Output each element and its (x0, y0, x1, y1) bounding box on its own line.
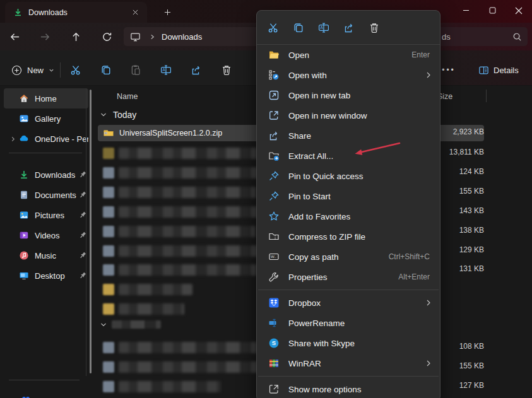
zip-file-icon (103, 127, 114, 139)
column-header-name[interactable]: Name (117, 92, 138, 101)
redacted-file-name (119, 245, 259, 257)
downloads-icon (19, 170, 29, 180)
search-text-fragment: ds (442, 32, 512, 42)
details-pane-icon (478, 65, 489, 76)
menu-item-powerrename[interactable]: PowerRename (257, 313, 440, 333)
tab-downloads[interactable]: Downloads (5, 2, 147, 23)
rename-icon[interactable]: A (312, 16, 336, 39)
up-icon[interactable] (69, 30, 83, 44)
sidebar-item-music[interactable]: Music (4, 245, 88, 266)
new-tab-button[interactable] (159, 5, 175, 19)
forward-icon[interactable] (38, 30, 52, 44)
menu-item-compress-zip[interactable]: Compress to ZIP file (257, 226, 440, 247)
file-icon (103, 245, 114, 257)
menu-item-pin-quick-access[interactable]: Pin to Quick access (257, 166, 440, 186)
redacted-folder-name (119, 284, 192, 295)
sidebar-divider (9, 153, 82, 153)
group-header-blurred[interactable] (100, 320, 161, 329)
menu-separator (258, 376, 439, 377)
details-button[interactable]: Details (475, 61, 523, 79)
share-icon[interactable] (185, 59, 208, 81)
menu-item-pin-start[interactable]: Pin to Start (257, 186, 440, 206)
menu-item-open-new-window[interactable]: Open in new window (257, 105, 440, 126)
close-icon[interactable] (505, 0, 532, 21)
sidebar-scrollbar-track (86, 88, 86, 376)
back-icon[interactable] (8, 30, 21, 44)
chevron-right-icon[interactable] (150, 34, 155, 40)
chevron-down-icon[interactable] (100, 111, 107, 119)
file-icon (103, 381, 114, 392)
sidebar-item-gallery[interactable]: Gallery (4, 108, 88, 129)
sidebar-item-label: Gallery (35, 114, 88, 124)
menu-item-open[interactable]: Open Enter (257, 45, 440, 65)
redacted-file-name (119, 361, 259, 373)
svg-text:A: A (320, 25, 323, 30)
column-divider[interactable] (486, 90, 487, 102)
redacted-folder-name (119, 303, 184, 315)
search-icon[interactable] (512, 32, 522, 42)
sidebar-item-documents[interactable]: Documents (4, 185, 88, 205)
copy-icon[interactable] (95, 59, 117, 81)
delete-icon[interactable] (215, 59, 238, 81)
breadcrumb-location[interactable]: Downloads (162, 32, 202, 42)
group-header-today[interactable]: Today (100, 110, 136, 120)
dropbox-icon (268, 297, 280, 308)
chevron-down-icon[interactable] (100, 321, 107, 329)
menu-item-dropbox[interactable]: Dropbox (257, 293, 440, 313)
rename-icon[interactable]: A (155, 59, 177, 81)
expand-chevron-icon[interactable] (6, 136, 19, 142)
pin-icon (268, 190, 280, 202)
new-button[interactable]: New (6, 61, 59, 79)
svg-text:S: S (272, 339, 276, 346)
more-ellipsis-icon[interactable] (438, 62, 459, 78)
paste-icon[interactable] (124, 59, 147, 81)
file-icon (103, 264, 114, 276)
menu-item-open-new-tab[interactable]: Open in new tab (257, 85, 440, 105)
videos-icon (19, 230, 29, 240)
sidebar-item-home[interactable]: Home (4, 88, 88, 108)
share-icon (268, 130, 280, 141)
menu-item-add-favorites[interactable]: Add to Favorites (257, 206, 440, 226)
maximize-icon[interactable] (479, 0, 505, 21)
file-icon (103, 187, 114, 198)
copy-icon[interactable] (287, 16, 310, 39)
menu-item-extract-all[interactable]: Extract All... (257, 146, 440, 166)
onedrive-icon (19, 134, 29, 144)
redacted-file-name (119, 187, 256, 198)
sidebar-item-desktop[interactable]: Desktop (4, 266, 88, 286)
redacted-file-name (119, 148, 257, 159)
refresh-icon[interactable] (100, 30, 114, 44)
file-icon (103, 148, 114, 159)
menu-item-winrar[interactable]: WinRAR (257, 353, 440, 373)
menu-item-share[interactable]: Share (257, 126, 440, 146)
copy-path-icon: W.. (268, 251, 280, 262)
menu-item-share-skype[interactable]: S Share with Skype (257, 333, 440, 353)
sidebar-item-partial[interactable] (21, 394, 30, 398)
share-icon[interactable] (337, 16, 361, 39)
redacted-file-name (119, 264, 257, 276)
menu-item-open-with[interactable]: Open with (257, 65, 440, 85)
tab-close-icon[interactable] (129, 7, 141, 18)
file-name: UniversalSplitScreen1.2.0.zip (119, 129, 222, 138)
sidebar-scrollbar[interactable] (90, 90, 92, 373)
desktop-icon (19, 271, 29, 281)
menu-item-copy-as-path[interactable]: W.. Copy as path Ctrl+Shift+C (257, 247, 440, 267)
chevron-right-icon (425, 71, 432, 79)
menu-item-properties[interactable]: Properties Alt+Enter (257, 267, 440, 287)
monitor-icon (130, 32, 141, 42)
cut-icon[interactable] (261, 16, 285, 39)
sidebar-item-videos[interactable]: Videos (4, 225, 88, 245)
redacted-file-name (119, 381, 221, 392)
cut-icon[interactable] (64, 59, 87, 81)
sidebar-item-downloads[interactable]: Downloads (4, 165, 88, 185)
minimize-icon[interactable] (452, 0, 479, 21)
sidebar-item-onedrive[interactable]: OneDrive - Perso (4, 129, 88, 149)
sidebar-item-pictures[interactable]: Pictures (4, 205, 88, 225)
search-input[interactable]: ds (435, 27, 528, 46)
sidebar: Home Gallery OneDrive - Perso Downloads … (0, 86, 95, 398)
delete-icon[interactable] (362, 16, 386, 39)
menu-item-show-more-options[interactable]: Show more options (257, 379, 440, 398)
folder-open-icon (268, 49, 280, 61)
tab-title: Downloads (28, 8, 129, 17)
chevron-right-icon (425, 360, 432, 367)
